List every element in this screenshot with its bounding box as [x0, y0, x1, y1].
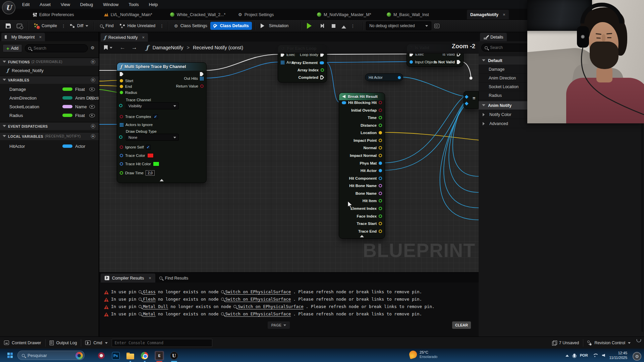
variable-row-socketlocation[interactable]: SocketLocation Name	[0, 103, 99, 111]
trace-channel-dropdown[interactable]: Visibility	[126, 102, 179, 109]
output-log-button[interactable]: Output Log	[46, 337, 81, 349]
pin-link[interactable]: Glass	[139, 289, 156, 294]
pin-hit[interactable]: Hit	[342, 100, 353, 105]
save-button[interactable]	[3, 22, 14, 30]
pin-link[interactable]: Flesh	[139, 297, 156, 302]
forward-arrow-icon[interactable]: →	[131, 44, 137, 51]
functions-section-header[interactable]: FUNCTIONS (2 OVERRIDABLE) +	[0, 58, 99, 66]
pin-hit-component[interactable]: Hit Component	[349, 176, 382, 181]
tray-expand-icon[interactable]	[566, 353, 569, 357]
pin-distance[interactable]: Distance	[361, 123, 382, 128]
pin-face-index[interactable]: Face Index	[357, 214, 382, 219]
node-get-hit-actor[interactable]: Hit Actor	[365, 73, 403, 81]
tab-find-results[interactable]: Find Results	[155, 274, 192, 283]
class-settings-button[interactable]: ⚙ Class Settings	[171, 22, 210, 30]
taskbar-app-ring[interactable]	[97, 351, 106, 360]
pin-draw-time[interactable]: Draw Time 2,0	[120, 170, 155, 176]
play-button[interactable]	[304, 21, 318, 31]
pin-bone-name[interactable]: Bone Name	[356, 191, 382, 196]
breadcrumb-leaf[interactable]: Received Notify (const)	[193, 45, 243, 50]
start-button[interactable]	[7, 353, 13, 358]
function-row-received-notify[interactable]: ƒ Received_Notify	[0, 66, 99, 74]
reroute-node[interactable]	[470, 77, 473, 80]
close-icon[interactable]: ×	[39, 35, 42, 40]
taskbar-app-unreal[interactable]: U	[169, 351, 179, 360]
exec-in-pin[interactable]	[120, 71, 123, 77]
hide-unrelated-button[interactable]: Hide Unrelated	[117, 22, 158, 30]
draw-debug-dropdown[interactable]: None	[126, 134, 179, 141]
pin-hit-bone-name[interactable]: Hit Bone Name	[349, 183, 382, 188]
eye-icon[interactable]	[89, 87, 95, 91]
node-header[interactable]: ƒ Multi Sphere Trace By Channel	[117, 63, 206, 71]
menu-edit[interactable]: Edit	[17, 0, 35, 9]
browse-button[interactable]	[14, 22, 25, 30]
menu-debug[interactable]: Debug	[75, 0, 98, 9]
node-link[interactable]: Switch on EPhysicalSurface	[233, 304, 304, 309]
pin-trace-hit-color[interactable]: Trace Hit Color	[120, 161, 159, 167]
speaker-muted-icon[interactable]	[602, 354, 605, 357]
pin-stub-1[interactable]	[465, 94, 468, 100]
hide-unrelated-options-button[interactable]: ⋮	[158, 23, 165, 28]
pin-time[interactable]: Time	[368, 115, 382, 120]
cmd-dropdown[interactable]: Cmd	[81, 337, 111, 349]
add-dispatcher-button[interactable]: +	[91, 124, 95, 128]
variable-row-hitactor[interactable]: HitActor Actor	[0, 142, 99, 150]
node-link[interactable]: Switch on EPhysicalSurface	[221, 297, 291, 302]
pin-phys-mat[interactable]: Phys Mat	[360, 161, 382, 166]
taskbar-app-paint[interactable]	[74, 351, 84, 360]
pin-draw-debug[interactable]	[119, 134, 122, 140]
event-dispatchers-section-header[interactable]: EVENT DISPATCHERS +	[0, 122, 99, 130]
close-icon[interactable]: ×	[142, 35, 145, 40]
collapse-arrow-icon[interactable]	[360, 233, 364, 237]
close-icon[interactable]: ×	[503, 12, 505, 17]
pin-array-element[interactable]: Array Element	[291, 60, 324, 65]
filter-gear-icon[interactable]: ⚙	[91, 46, 95, 50]
revision-control-button[interactable]: Revision Control	[583, 337, 635, 349]
chevron-down-icon[interactable]	[110, 47, 112, 50]
taskbar-search-input[interactable]	[28, 353, 80, 358]
tab-m-notvillage-master[interactable]: M_NotVillage_Master_M*	[314, 10, 375, 19]
pin-impact-normal[interactable]: Impact Normal	[350, 153, 382, 158]
variable-row-damage[interactable]: Damage Float	[0, 85, 99, 93]
add-function-button[interactable]: +	[91, 60, 95, 64]
console-command-input[interactable]	[112, 339, 212, 347]
pin-trace-color[interactable]: Trace Color	[120, 153, 154, 158]
pin-actors-to-ignore[interactable]: Actors to Ignore	[120, 122, 153, 127]
details-tab[interactable]: Details	[480, 33, 507, 41]
pin-return-value[interactable]: Return Value	[176, 83, 204, 89]
unsaved-button[interactable]: 7 Unsaved	[548, 337, 583, 349]
variable-row-radius[interactable]: Radius Float	[0, 111, 99, 119]
overlay-settings-icon[interactable]: ⚙	[633, 352, 641, 361]
eye-icon[interactable]	[89, 105, 95, 109]
tab-m-basic-wall-inst[interactable]: M_Basic_Wall_Inst	[383, 10, 432, 19]
node-break-hit-result[interactable]: Break Hit Result Hit Blocking Hit Initia…	[339, 93, 385, 239]
pin-hit-actor-out[interactable]	[398, 75, 401, 80]
taskbar-clock[interactable]: 12:45 11/11/2025	[609, 351, 627, 360]
pin-link[interactable]: Metal	[139, 311, 156, 316]
unreal-logo-icon[interactable]: U	[2, 1, 15, 14]
pin-trace-channel[interactable]	[119, 103, 122, 108]
variables-section-header[interactable]: VARIABLES +	[0, 76, 99, 84]
menu-view[interactable]: View	[56, 0, 75, 9]
pin-completed[interactable]: Completed	[299, 75, 324, 80]
add-button[interactable]: + Add	[3, 44, 22, 52]
pin-radius[interactable]: Radius	[120, 90, 137, 95]
node-link[interactable]: Switch on EPhysicalSurface	[221, 289, 291, 294]
draw-time-input[interactable]: 2,0	[146, 170, 155, 176]
pin-element-index[interactable]: Element Index	[351, 206, 382, 211]
content-drawer-button[interactable]: Content Drawer	[0, 337, 45, 349]
node-multi-sphere-trace[interactable]: ƒ Multi Sphere Trace By Channel Start En…	[117, 62, 207, 183]
play-options-button[interactable]: ⋮	[349, 23, 356, 28]
trace-hit-color-swatch[interactable]	[153, 162, 159, 166]
taskbar-weather[interactable]: 25°C Ensolarado	[409, 350, 437, 359]
tab-project-settings[interactable]: ⚙ Project Settings	[235, 10, 277, 19]
pin-impact-point[interactable]: Impact Point	[354, 138, 382, 143]
stop-button[interactable]	[329, 22, 338, 29]
taskbar-app-epic-games[interactable]: E	[155, 351, 164, 360]
add-variable-button[interactable]: +	[91, 78, 95, 82]
pin-blocking-hit[interactable]: Blocking Hit	[354, 100, 382, 105]
graph-tab-received-notify[interactable]: ƒ Received Notify ×	[101, 33, 148, 42]
pin-trace-start[interactable]: Trace Start	[357, 221, 382, 226]
trace-complex-checkbox[interactable]: ✓	[153, 114, 158, 119]
pin-location[interactable]: Location	[361, 130, 382, 135]
